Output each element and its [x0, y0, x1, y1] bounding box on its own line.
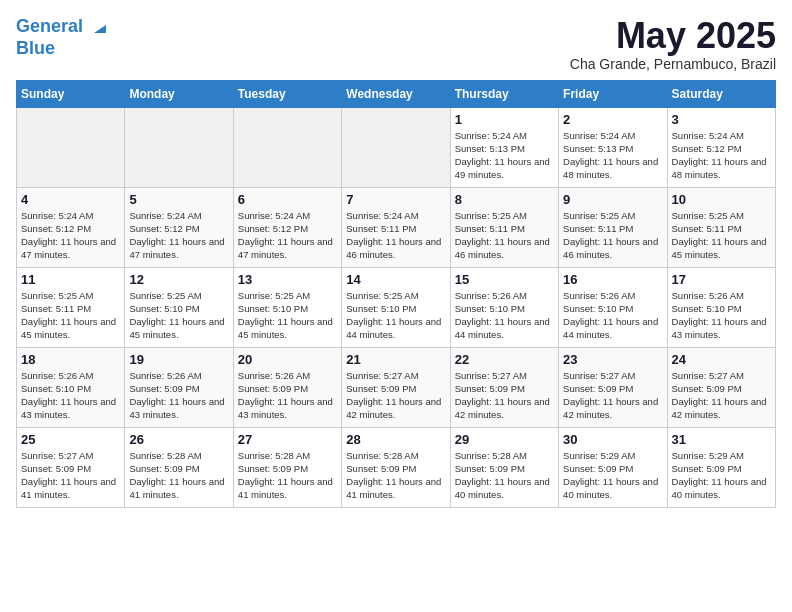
calendar-cell: [342, 107, 450, 187]
calendar-cell: 18Sunrise: 5:26 AMSunset: 5:10 PMDayligh…: [17, 347, 125, 427]
day-number: 4: [21, 192, 120, 207]
weekday-header-sunday: Sunday: [17, 80, 125, 107]
day-number: 3: [672, 112, 771, 127]
day-info: Sunrise: 5:28 AMSunset: 5:09 PMDaylight:…: [346, 449, 445, 502]
calendar-cell: 9Sunrise: 5:25 AMSunset: 5:11 PMDaylight…: [559, 187, 667, 267]
day-number: 10: [672, 192, 771, 207]
day-number: 31: [672, 432, 771, 447]
day-info: Sunrise: 5:24 AMSunset: 5:13 PMDaylight:…: [455, 129, 554, 182]
day-info: Sunrise: 5:24 AMSunset: 5:12 PMDaylight:…: [672, 129, 771, 182]
day-info: Sunrise: 5:26 AMSunset: 5:10 PMDaylight:…: [563, 289, 662, 342]
day-info: Sunrise: 5:25 AMSunset: 5:11 PMDaylight:…: [563, 209, 662, 262]
calendar-week-2: 4Sunrise: 5:24 AMSunset: 5:12 PMDaylight…: [17, 187, 776, 267]
calendar-cell: 17Sunrise: 5:26 AMSunset: 5:10 PMDayligh…: [667, 267, 775, 347]
calendar-cell: 15Sunrise: 5:26 AMSunset: 5:10 PMDayligh…: [450, 267, 558, 347]
calendar-cell: 6Sunrise: 5:24 AMSunset: 5:12 PMDaylight…: [233, 187, 341, 267]
day-info: Sunrise: 5:26 AMSunset: 5:09 PMDaylight:…: [238, 369, 337, 422]
day-number: 2: [563, 112, 662, 127]
day-info: Sunrise: 5:26 AMSunset: 5:09 PMDaylight:…: [129, 369, 228, 422]
calendar-cell: 8Sunrise: 5:25 AMSunset: 5:11 PMDaylight…: [450, 187, 558, 267]
calendar-cell: 16Sunrise: 5:26 AMSunset: 5:10 PMDayligh…: [559, 267, 667, 347]
page-header: General Blue May 2025 Cha Grande, Pernam…: [16, 16, 776, 72]
day-info: Sunrise: 5:25 AMSunset: 5:10 PMDaylight:…: [346, 289, 445, 342]
calendar-cell: 26Sunrise: 5:28 AMSunset: 5:09 PMDayligh…: [125, 427, 233, 507]
calendar-week-1: 1Sunrise: 5:24 AMSunset: 5:13 PMDaylight…: [17, 107, 776, 187]
day-info: Sunrise: 5:24 AMSunset: 5:12 PMDaylight:…: [238, 209, 337, 262]
day-info: Sunrise: 5:27 AMSunset: 5:09 PMDaylight:…: [346, 369, 445, 422]
day-number: 23: [563, 352, 662, 367]
day-info: Sunrise: 5:29 AMSunset: 5:09 PMDaylight:…: [563, 449, 662, 502]
day-number: 25: [21, 432, 120, 447]
day-number: 30: [563, 432, 662, 447]
day-number: 28: [346, 432, 445, 447]
calendar-cell: 1Sunrise: 5:24 AMSunset: 5:13 PMDaylight…: [450, 107, 558, 187]
calendar-week-3: 11Sunrise: 5:25 AMSunset: 5:11 PMDayligh…: [17, 267, 776, 347]
calendar-cell: 23Sunrise: 5:27 AMSunset: 5:09 PMDayligh…: [559, 347, 667, 427]
weekday-header-saturday: Saturday: [667, 80, 775, 107]
day-info: Sunrise: 5:27 AMSunset: 5:09 PMDaylight:…: [672, 369, 771, 422]
calendar-cell: 19Sunrise: 5:26 AMSunset: 5:09 PMDayligh…: [125, 347, 233, 427]
day-number: 15: [455, 272, 554, 287]
day-number: 11: [21, 272, 120, 287]
calendar-week-4: 18Sunrise: 5:26 AMSunset: 5:10 PMDayligh…: [17, 347, 776, 427]
day-info: Sunrise: 5:25 AMSunset: 5:10 PMDaylight:…: [238, 289, 337, 342]
day-number: 8: [455, 192, 554, 207]
svg-marker-0: [94, 25, 106, 33]
day-info: Sunrise: 5:28 AMSunset: 5:09 PMDaylight:…: [455, 449, 554, 502]
day-info: Sunrise: 5:26 AMSunset: 5:10 PMDaylight:…: [672, 289, 771, 342]
day-number: 20: [238, 352, 337, 367]
calendar-week-5: 25Sunrise: 5:27 AMSunset: 5:09 PMDayligh…: [17, 427, 776, 507]
weekday-header-wednesday: Wednesday: [342, 80, 450, 107]
day-number: 13: [238, 272, 337, 287]
day-info: Sunrise: 5:26 AMSunset: 5:10 PMDaylight:…: [455, 289, 554, 342]
day-info: Sunrise: 5:28 AMSunset: 5:09 PMDaylight:…: [238, 449, 337, 502]
day-number: 27: [238, 432, 337, 447]
day-info: Sunrise: 5:24 AMSunset: 5:13 PMDaylight:…: [563, 129, 662, 182]
calendar-cell: 4Sunrise: 5:24 AMSunset: 5:12 PMDaylight…: [17, 187, 125, 267]
day-info: Sunrise: 5:24 AMSunset: 5:11 PMDaylight:…: [346, 209, 445, 262]
calendar-cell: 30Sunrise: 5:29 AMSunset: 5:09 PMDayligh…: [559, 427, 667, 507]
day-number: 29: [455, 432, 554, 447]
day-number: 26: [129, 432, 228, 447]
day-info: Sunrise: 5:28 AMSunset: 5:09 PMDaylight:…: [129, 449, 228, 502]
logo-text: General: [16, 16, 110, 38]
calendar-cell: 10Sunrise: 5:25 AMSunset: 5:11 PMDayligh…: [667, 187, 775, 267]
day-number: 7: [346, 192, 445, 207]
location: Cha Grande, Pernambuco, Brazil: [570, 56, 776, 72]
day-number: 22: [455, 352, 554, 367]
calendar-cell: 24Sunrise: 5:27 AMSunset: 5:09 PMDayligh…: [667, 347, 775, 427]
day-info: Sunrise: 5:24 AMSunset: 5:12 PMDaylight:…: [21, 209, 120, 262]
day-info: Sunrise: 5:27 AMSunset: 5:09 PMDaylight:…: [455, 369, 554, 422]
day-number: 12: [129, 272, 228, 287]
day-number: 9: [563, 192, 662, 207]
calendar-cell: 28Sunrise: 5:28 AMSunset: 5:09 PMDayligh…: [342, 427, 450, 507]
calendar-cell: 25Sunrise: 5:27 AMSunset: 5:09 PMDayligh…: [17, 427, 125, 507]
day-info: Sunrise: 5:27 AMSunset: 5:09 PMDaylight:…: [563, 369, 662, 422]
calendar-body: 1Sunrise: 5:24 AMSunset: 5:13 PMDaylight…: [17, 107, 776, 507]
day-number: 24: [672, 352, 771, 367]
calendar-cell: 20Sunrise: 5:26 AMSunset: 5:09 PMDayligh…: [233, 347, 341, 427]
day-number: 19: [129, 352, 228, 367]
title-block: May 2025 Cha Grande, Pernambuco, Brazil: [570, 16, 776, 72]
weekday-header-row: SundayMondayTuesdayWednesdayThursdayFrid…: [17, 80, 776, 107]
weekday-header-tuesday: Tuesday: [233, 80, 341, 107]
calendar-cell: 7Sunrise: 5:24 AMSunset: 5:11 PMDaylight…: [342, 187, 450, 267]
day-number: 6: [238, 192, 337, 207]
calendar-cell: 27Sunrise: 5:28 AMSunset: 5:09 PMDayligh…: [233, 427, 341, 507]
calendar-cell: 13Sunrise: 5:25 AMSunset: 5:10 PMDayligh…: [233, 267, 341, 347]
logo: General Blue: [16, 16, 110, 59]
day-number: 21: [346, 352, 445, 367]
month-title: May 2025: [570, 16, 776, 56]
calendar-cell: 2Sunrise: 5:24 AMSunset: 5:13 PMDaylight…: [559, 107, 667, 187]
calendar-cell: 29Sunrise: 5:28 AMSunset: 5:09 PMDayligh…: [450, 427, 558, 507]
day-number: 5: [129, 192, 228, 207]
calendar-cell: 11Sunrise: 5:25 AMSunset: 5:11 PMDayligh…: [17, 267, 125, 347]
calendar-cell: 22Sunrise: 5:27 AMSunset: 5:09 PMDayligh…: [450, 347, 558, 427]
day-info: Sunrise: 5:26 AMSunset: 5:10 PMDaylight:…: [21, 369, 120, 422]
day-number: 18: [21, 352, 120, 367]
day-number: 14: [346, 272, 445, 287]
day-info: Sunrise: 5:24 AMSunset: 5:12 PMDaylight:…: [129, 209, 228, 262]
calendar-cell: [17, 107, 125, 187]
day-number: 17: [672, 272, 771, 287]
calendar-cell: [125, 107, 233, 187]
